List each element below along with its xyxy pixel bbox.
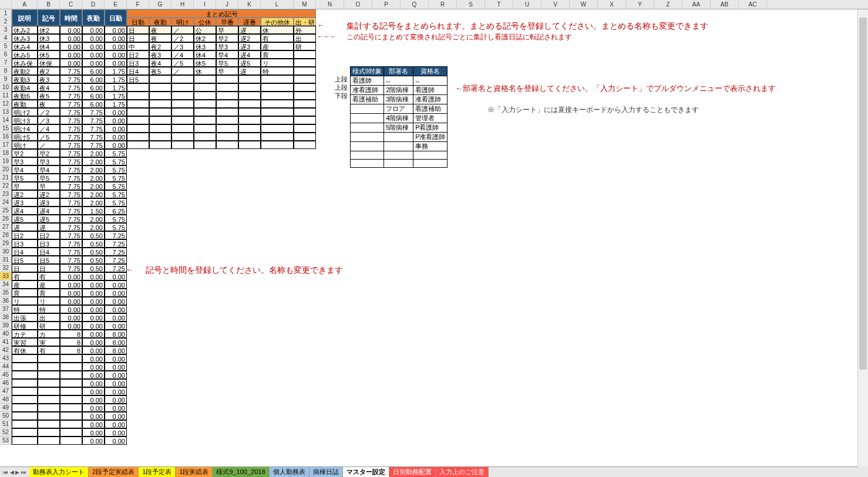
cell-desc[interactable]: 明け5 <box>12 133 38 141</box>
ref-cell[interactable] <box>351 133 384 142</box>
cell-day[interactable]: 0.00 <box>105 420 127 428</box>
cell-code[interactable]: 日5 <box>38 256 60 264</box>
cell-h[interactable] <box>171 92 194 100</box>
cell-code[interactable]: 早3 <box>38 157 60 165</box>
col-header-F[interactable]: F <box>127 0 149 9</box>
cell-desc[interactable]: 休み保 <box>12 59 38 67</box>
col-header-B[interactable]: B <box>38 0 60 9</box>
cell-code[interactable]: ／4 <box>38 124 60 133</box>
ref-cell[interactable] <box>384 151 413 160</box>
ref-cell[interactable]: 5階病棟 <box>384 123 413 133</box>
cell-day[interactable]: 5.75 <box>105 215 127 223</box>
cell-desc[interactable] <box>12 387 38 395</box>
cell-f[interactable] <box>127 92 149 100</box>
cell-time[interactable]: 0.00 <box>60 305 82 313</box>
col-header-W[interactable]: W <box>570 0 598 9</box>
cell-day[interactable]: 8.00 <box>105 346 127 354</box>
cell-time[interactable]: 8 <box>60 338 82 346</box>
cell-day[interactable]: 7.25 <box>105 264 127 272</box>
row-header[interactable]: 10 <box>0 83 12 92</box>
cell-night[interactable]: 1.50 <box>82 207 105 215</box>
cell-code[interactable] <box>38 395 60 404</box>
cell-day[interactable]: 0.00 <box>105 133 127 141</box>
cell-day[interactable]: 1.75 <box>105 92 127 100</box>
ref-cell[interactable] <box>351 104 384 114</box>
cell-i[interactable]: 休 <box>194 67 216 75</box>
cell-i[interactable]: 休5 <box>194 59 216 67</box>
cell-desc[interactable] <box>12 379 38 387</box>
cell-m[interactable] <box>294 67 316 75</box>
ref-cell[interactable] <box>384 142 413 151</box>
col-header-A[interactable]: A <box>12 0 38 9</box>
ref-cell[interactable] <box>351 151 384 160</box>
cell-night[interactable]: 0.50 <box>82 256 105 264</box>
cell-j[interactable]: 早 <box>216 26 238 34</box>
cell-night[interactable]: 0.00 <box>82 437 105 445</box>
vertical-scrollbar[interactable] <box>857 9 868 466</box>
cell-time[interactable]: 7.75 <box>60 92 82 100</box>
cell-night[interactable]: 7.75 <box>82 116 105 124</box>
ref-cell[interactable]: -- <box>384 76 413 86</box>
cell-desc[interactable]: 特 <box>12 305 38 313</box>
ref-cell[interactable]: 管理者 <box>413 114 448 123</box>
cell-g[interactable] <box>149 92 171 100</box>
ref-cell[interactable]: 看護補助 <box>413 104 448 114</box>
cell-g[interactable] <box>149 108 171 116</box>
cell-time[interactable] <box>60 428 82 437</box>
cell-time[interactable] <box>60 387 82 395</box>
cell-i[interactable] <box>194 133 216 141</box>
cell-desc[interactable]: 早4 <box>12 165 38 174</box>
cell-g[interactable] <box>149 75 171 83</box>
row-header[interactable]: 29 <box>0 239 12 248</box>
col-header-G[interactable]: G <box>149 0 171 9</box>
cell-code[interactable] <box>38 404 60 412</box>
cell-time[interactable]: 7.75 <box>60 157 82 165</box>
row-header[interactable]: 15 <box>0 124 12 133</box>
cell-time[interactable]: 7.75 <box>60 141 82 149</box>
row-header[interactable]: 8 <box>0 67 12 75</box>
cell-k[interactable] <box>238 75 261 83</box>
cell-time[interactable]: 0.00 <box>60 26 82 34</box>
cell-h[interactable]: ／ <box>171 67 194 75</box>
cell-j[interactable] <box>216 100 238 108</box>
col-header-R[interactable]: R <box>429 0 457 9</box>
row-header[interactable]: 21 <box>0 174 12 182</box>
cell-night[interactable]: 0.00 <box>82 297 105 305</box>
cell-time[interactable]: 0.00 <box>60 272 82 280</box>
cell-code[interactable]: 早2 <box>38 149 60 157</box>
row-header[interactable]: 24 <box>0 198 12 207</box>
row-header[interactable]: 46 <box>0 379 12 387</box>
cell-j[interactable] <box>216 75 238 83</box>
row-header[interactable]: 32 <box>0 264 12 272</box>
cell-desc[interactable]: 有 <box>12 272 38 280</box>
cell-time[interactable]: 7.75 <box>60 108 82 116</box>
ref-cell[interactable]: 事務 <box>413 142 448 151</box>
cell-time[interactable]: 7.75 <box>60 198 82 207</box>
cell-desc[interactable]: 実習 <box>12 338 38 346</box>
sheet-tab[interactable]: 2段予定実績表 <box>89 467 139 477</box>
cell-desc[interactable]: 夜勤2 <box>12 67 38 75</box>
cell-day[interactable]: 0.00 <box>105 124 127 133</box>
cell-desc[interactable]: 休み3 <box>12 34 38 42</box>
cell-k[interactable]: 遅 <box>238 26 261 34</box>
cell-l[interactable] <box>261 124 294 133</box>
cell-night[interactable]: 0.00 <box>82 305 105 313</box>
cell-i[interactable] <box>194 108 216 116</box>
cell-night[interactable]: 2.00 <box>82 182 105 190</box>
sheet-tab[interactable]: 日別勤務配置 <box>389 467 436 477</box>
row-header[interactable]: 28 <box>0 231 12 239</box>
row-header[interactable]: 34 <box>0 280 12 289</box>
cell-l[interactable] <box>261 100 294 108</box>
row-header[interactable]: 14 <box>0 116 12 124</box>
cell-g[interactable] <box>149 133 171 141</box>
cell-j[interactable]: 早 <box>216 67 238 75</box>
cell-night[interactable]: 0.50 <box>82 239 105 248</box>
cell-night[interactable]: 0.50 <box>82 248 105 256</box>
cell-i[interactable] <box>194 116 216 124</box>
row-header[interactable]: 48 <box>0 395 12 404</box>
cell-desc[interactable]: 早 <box>12 182 38 190</box>
cell-code[interactable]: 夜 <box>38 100 60 108</box>
col-header-J[interactable]: J <box>216 0 238 9</box>
cell-desc[interactable]: 日5 <box>12 256 38 264</box>
cell-i[interactable] <box>194 75 216 83</box>
